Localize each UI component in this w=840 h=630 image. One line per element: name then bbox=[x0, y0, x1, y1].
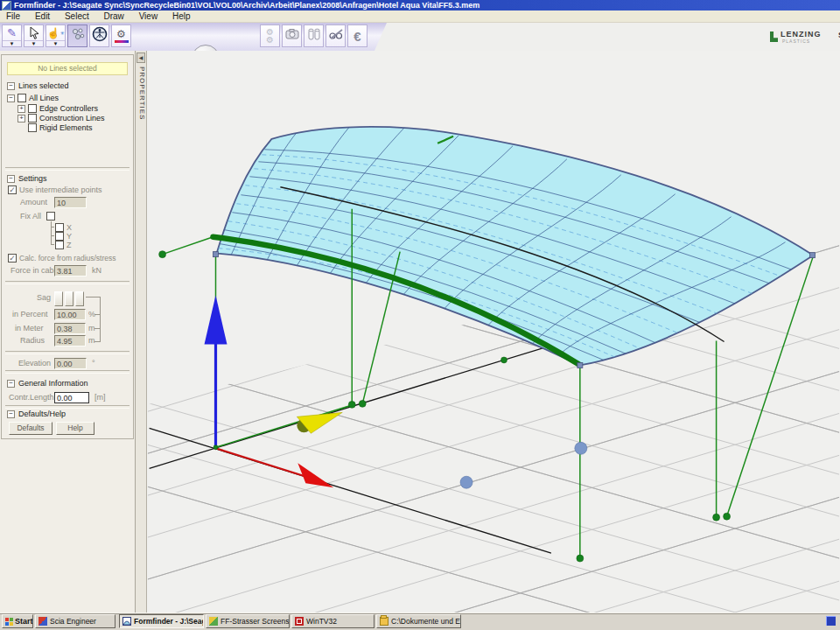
pencil-icon: ✎ bbox=[7, 25, 17, 40]
radius-input[interactable] bbox=[54, 335, 86, 346]
tree-item-rigid-elements[interactable]: Rigid Elements bbox=[2, 123, 133, 133]
calc-force-row: ✓ Calc. force from radius/stress bbox=[2, 254, 133, 263]
formfinder-icon bbox=[122, 617, 131, 626]
sag-option-2[interactable] bbox=[65, 291, 74, 306]
expander[interactable]: + bbox=[18, 115, 25, 122]
folder-icon bbox=[380, 617, 388, 626]
collapse-arrow-button[interactable]: ◀ bbox=[136, 52, 145, 63]
start-button[interactable]: Start bbox=[2, 614, 33, 628]
divider bbox=[5, 405, 130, 409]
menu-edit[interactable]: Edit bbox=[29, 10, 56, 22]
divider bbox=[5, 351, 130, 354]
task-dokumente[interactable]: C:\Dokumente und Einst... bbox=[376, 614, 461, 628]
task-wintv32[interactable]: WinTV32 bbox=[291, 614, 374, 628]
task-formfinder[interactable]: Formfinder - J:\Seaga... bbox=[119, 614, 204, 628]
checkbox-checked[interactable]: ✓ bbox=[8, 254, 17, 262]
elevation-row: Elevation ° bbox=[2, 359, 133, 368]
draw-tool-button[interactable]: ✎ ▼ bbox=[2, 24, 22, 47]
force-input[interactable] bbox=[54, 265, 87, 276]
toolbar: ✎ ▼ ▼ ☝✳ ▼ bbox=[0, 23, 840, 52]
contr-length-row: Contr.Length [m] bbox=[2, 393, 133, 402]
sag-percent-row: in Percent % bbox=[2, 310, 133, 319]
wintv-icon bbox=[295, 617, 304, 626]
meter-input[interactable] bbox=[54, 323, 86, 334]
cursor-icon bbox=[28, 25, 40, 40]
task-ff-strasser[interactable]: FF-Strasser Screenshot -... bbox=[206, 614, 290, 628]
select-tool-button[interactable]: ▼ bbox=[24, 24, 44, 47]
fix-all-row: Fix All bbox=[2, 212, 133, 221]
3d-viewport[interactable] bbox=[147, 51, 840, 612]
sag-option-3[interactable] bbox=[75, 291, 84, 306]
tree-item-all-lines[interactable]: − All Lines bbox=[2, 94, 133, 103]
cost-tool-button[interactable]: € bbox=[347, 24, 368, 47]
scia-icon bbox=[38, 617, 47, 626]
app-icon bbox=[2, 1, 11, 10]
force-in-cable-row: Force in cable kN bbox=[2, 266, 133, 276]
sketch-tool-button[interactable] bbox=[326, 24, 346, 47]
tray-language-icon[interactable] bbox=[826, 616, 836, 626]
molecule-icon bbox=[70, 26, 86, 46]
lenzing-mark-icon bbox=[770, 32, 778, 42]
fix-z-row: Z bbox=[2, 241, 133, 250]
menu-bar: File Edit Select Draw View Help bbox=[0, 10, 840, 23]
checkbox[interactable] bbox=[28, 114, 37, 122]
fix-y-checkbox[interactable] bbox=[55, 232, 64, 241]
percent-input[interactable] bbox=[54, 309, 86, 320]
dropdown-arrow-icon[interactable]: ▼ bbox=[3, 40, 21, 46]
properties-tab[interactable]: PROPERTIES bbox=[136, 66, 146, 120]
task-scia-engineer[interactable]: Scia Engineer bbox=[35, 614, 116, 628]
fabric-rolls-icon bbox=[307, 27, 321, 45]
formfinding-tool-button[interactable] bbox=[67, 24, 88, 47]
help-button[interactable]: Help bbox=[56, 422, 94, 435]
amount-input[interactable] bbox=[54, 197, 87, 208]
checkbox[interactable] bbox=[28, 123, 37, 132]
checkbox[interactable] bbox=[28, 104, 37, 113]
collapse-toggle[interactable]: − bbox=[7, 82, 15, 90]
defaults-section-header: − Defaults/Help bbox=[2, 410, 133, 419]
lines-section-header: − Lines selected bbox=[2, 81, 133, 91]
hand-icon: ☝✳ bbox=[46, 25, 64, 40]
sag-option-1[interactable] bbox=[54, 291, 63, 306]
fix-z-checkbox[interactable] bbox=[55, 241, 64, 249]
fix-x-checkbox[interactable] bbox=[55, 223, 64, 232]
collapse-toggle[interactable]: − bbox=[7, 410, 15, 418]
expander[interactable]: − bbox=[7, 94, 15, 102]
menu-file[interactable]: File bbox=[0, 10, 26, 22]
checkbox[interactable] bbox=[18, 94, 26, 102]
fix-all-checkbox[interactable] bbox=[46, 212, 55, 220]
menu-select[interactable]: Select bbox=[59, 10, 95, 22]
parts-tool-button[interactable]: ⚙⚙ bbox=[260, 24, 280, 47]
windows-logo-icon bbox=[5, 618, 13, 626]
tree-item-construction-lines[interactable]: + Construction Lines bbox=[2, 114, 133, 123]
presentation-tool-button[interactable] bbox=[89, 24, 109, 47]
title-bar: Formfinder - J:\Seagate Sync\SyncRecycle… bbox=[0, 0, 840, 10]
dropdown-arrow-icon[interactable]: ▼ bbox=[24, 40, 43, 46]
use-intermediate-points-row: ✓ Use intermediate points bbox=[2, 186, 133, 195]
tree-item-edge-controllers[interactable]: + Edge Controllers bbox=[2, 104, 133, 114]
elevation-input[interactable] bbox=[54, 358, 87, 369]
window-title: Formfinder - J:\Seagate Sync\SyncRecycle… bbox=[14, 0, 480, 10]
properties-panel: No Lines selected − Lines selected − All… bbox=[0, 51, 136, 612]
divider bbox=[5, 281, 130, 284]
gear-gradient-icon: ⚙ bbox=[115, 29, 129, 43]
expander[interactable]: + bbox=[18, 105, 25, 113]
amount-row: Amount bbox=[2, 198, 133, 207]
gears-icon: ⚙⚙ bbox=[266, 28, 274, 44]
checkbox-checked[interactable]: ✓ bbox=[8, 186, 17, 194]
menu-help[interactable]: Help bbox=[166, 10, 197, 22]
defaults-button[interactable]: Defaults bbox=[9, 422, 52, 435]
edit-point-tool-button[interactable]: ☝✳ ▼ bbox=[46, 24, 66, 47]
logo-strip: LENZING PLASTICS SEFAR CarlStahl Ferrari bbox=[374, 23, 840, 51]
lenzing-logo: LENZING PLASTICS bbox=[770, 30, 831, 46]
panel-collapse-strip: ◀ PROPERTIES bbox=[136, 51, 147, 612]
collapse-toggle[interactable]: − bbox=[7, 380, 15, 388]
menu-draw[interactable]: Draw bbox=[98, 10, 130, 22]
dropdown-arrow-icon[interactable]: ▼ bbox=[46, 40, 65, 46]
menu-view[interactable]: View bbox=[133, 10, 164, 22]
render-settings-button[interactable]: ⚙ bbox=[111, 24, 131, 47]
collapse-toggle[interactable]: − bbox=[7, 175, 15, 183]
general-section-header: − General Information bbox=[2, 379, 133, 388]
camera-tool-button[interactable] bbox=[282, 24, 302, 47]
material-rolls-button[interactable] bbox=[304, 24, 324, 47]
contr-length-input[interactable] bbox=[54, 392, 89, 403]
